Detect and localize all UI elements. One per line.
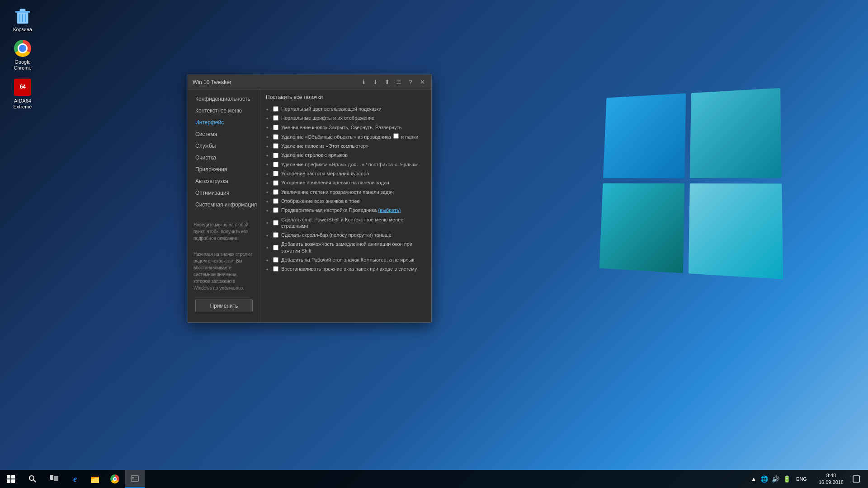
checkbox-10[interactable]: [273, 189, 278, 195]
arrow-btn-17[interactable]: ◂: [266, 267, 270, 272]
svg-rect-13: [54, 476, 58, 481]
arrow-btn-5[interactable]: ◂: [266, 144, 270, 149]
arrow-btn-3[interactable]: ◂: [266, 125, 270, 130]
checkbox-2[interactable]: [273, 115, 278, 121]
aida64-icon: 64: [14, 78, 32, 96]
checkbox-label-4[interactable]: Удаление «Объёмные объекты» из проводник…: [281, 133, 418, 140]
checkbox-11[interactable]: [273, 198, 278, 204]
arrow-btn-12[interactable]: ◂: [266, 208, 270, 213]
desktop-icon-aida64[interactable]: 64 AIDA64Extreme: [5, 76, 41, 112]
checkbox-15[interactable]: [273, 245, 278, 250]
title-upload-button[interactable]: ⬆: [382, 78, 392, 87]
checkbox-5[interactable]: [273, 143, 278, 149]
checkbox-8[interactable]: [273, 171, 278, 176]
tray-show-hidden[interactable]: ▲: [750, 474, 758, 483]
chrome-icon-label: GoogleChrome: [14, 59, 31, 71]
explorer-settings-link[interactable]: (выбрать): [378, 207, 401, 213]
checkbox-label-8[interactable]: Ускорение частоты мерцания курсора: [281, 170, 369, 177]
checkbox-label-9[interactable]: Ускорение появления превью на панели зад…: [281, 179, 389, 186]
checkbox-label-3[interactable]: Уменьшение кнопок Закрыть, Свернуть, Раз…: [281, 124, 401, 131]
checkbox-label-11[interactable]: Отображение всех значков в трее: [281, 198, 360, 204]
checkbox-17[interactable]: [273, 266, 278, 272]
sidebar-item-system[interactable]: Система: [188, 128, 260, 140]
checkbox-label-15[interactable]: Добавить возможность замедленной анимаци…: [281, 241, 426, 254]
arrow-btn-4[interactable]: ◂: [266, 134, 270, 139]
arrow-btn-6[interactable]: ◂: [266, 153, 270, 158]
arrow-btn-16[interactable]: ◂: [266, 258, 270, 263]
svg-rect-21: [853, 476, 859, 482]
arrow-btn-15[interactable]: ◂: [266, 245, 270, 250]
checkbox-list: ◂ Нормальный цвет всплывающей подсказки …: [266, 105, 426, 273]
checkbox-6[interactable]: [273, 153, 278, 158]
svg-rect-12: [50, 475, 53, 480]
search-button[interactable]: [22, 470, 43, 488]
desktop-icon-trash[interactable]: Корзина: [5, 5, 41, 35]
arrow-btn-11[interactable]: ◂: [266, 199, 270, 204]
checkbox-1[interactable]: [273, 106, 278, 112]
sidebar-item-interface[interactable]: Интерфейс: [188, 117, 260, 128]
language-indicator[interactable]: ENG: [793, 476, 810, 482]
checkbox-label-16[interactable]: Добавить на Рабочий стол значок Компьюте…: [281, 257, 414, 263]
taskview-button[interactable]: [43, 470, 65, 488]
checkbox-item-11: ◂ Отображение всех значков в трее: [266, 197, 426, 205]
tray-volume[interactable]: 🔊: [771, 474, 780, 483]
taskbar-app-explorer[interactable]: [85, 470, 105, 488]
sidebar-item-cleanup[interactable]: Очистка: [188, 152, 260, 164]
checkbox-label-13[interactable]: Сделать cmd, PowerShell и Контекстное ме…: [281, 216, 426, 230]
checkbox-item-9: ◂ Ускорение появления превью на панели з…: [266, 178, 426, 187]
checkbox-16[interactable]: [273, 257, 278, 263]
tray-battery[interactable]: 🔋: [782, 474, 792, 483]
checkbox-label-12[interactable]: Предварительная настройка Проводника (вы…: [281, 207, 401, 213]
sidebar-item-autoload[interactable]: Автозагрузка: [188, 175, 260, 187]
arrow-btn-8[interactable]: ◂: [266, 171, 270, 176]
checkbox-label-6[interactable]: Удаление стрелок с ярлыков: [281, 152, 348, 158]
arrow-btn-10[interactable]: ◂: [266, 189, 270, 194]
sidebar-item-context[interactable]: Контекстное меню: [188, 105, 260, 117]
inline-checkbox-4[interactable]: [393, 133, 399, 139]
taskbar-app-ie[interactable]: e: [65, 470, 85, 488]
taskbar-app-tweaker[interactable]: [125, 470, 145, 488]
title-close-button[interactable]: ✕: [418, 78, 427, 87]
taskbar-left: e: [0, 470, 145, 488]
apply-button[interactable]: Применить: [195, 300, 253, 312]
checkbox-label-1[interactable]: Нормальный цвет всплывающей подсказки: [281, 106, 382, 112]
checkbox-label-10[interactable]: Увеличение степени прозрачности панели з…: [281, 189, 394, 195]
checkbox-label-5[interactable]: Удаление папок из «Этот компьютер»: [281, 143, 368, 149]
desktop-icon-chrome[interactable]: GoogleChrome: [5, 37, 41, 73]
tray-network[interactable]: 🌐: [760, 474, 769, 483]
start-button[interactable]: [0, 470, 22, 488]
arrow-btn-2[interactable]: ◂: [266, 116, 270, 121]
checkbox-3[interactable]: [273, 125, 278, 130]
checkbox-item-8: ◂ Ускорение частоты мерцания курсора: [266, 169, 426, 178]
checkbox-item-10: ◂ Увеличение степени прозрачности панели…: [266, 188, 426, 196]
svg-rect-6: [7, 475, 10, 479]
arrow-btn-9[interactable]: ◂: [266, 180, 270, 185]
arrow-btn-14[interactable]: ◂: [266, 233, 270, 238]
checkbox-12[interactable]: [273, 207, 278, 213]
sidebar-item-optimize[interactable]: Оптимизация: [188, 187, 260, 199]
checkbox-4[interactable]: [273, 134, 278, 140]
taskbar-clock[interactable]: 8:48 16.09.2018: [814, 470, 848, 488]
sidebar-item-privacy[interactable]: Конфиденциальность: [188, 93, 260, 105]
sidebar-item-apps[interactable]: Приложения: [188, 164, 260, 175]
title-menu-button[interactable]: ☰: [394, 78, 403, 87]
arrow-btn-1[interactable]: ◂: [266, 107, 270, 112]
notification-button[interactable]: [849, 470, 863, 488]
sidebar-item-sysinfo[interactable]: Системная информация: [188, 199, 260, 211]
svg-rect-7: [11, 475, 15, 479]
checkbox-9[interactable]: [273, 180, 278, 186]
checkbox-label-7[interactable]: Удаление префикса «Ярлык для…» / постфик…: [281, 161, 418, 168]
taskbar-app-chrome[interactable]: [105, 470, 125, 488]
title-download-button[interactable]: ⬇: [371, 78, 380, 87]
title-info-button[interactable]: ℹ: [359, 78, 368, 87]
checkbox-label-2[interactable]: Нормальные шрифты и их отображение: [281, 115, 374, 121]
arrow-btn-13[interactable]: ◂: [266, 220, 270, 225]
checkbox-label-17[interactable]: Восстанавливать прежние окна папок при в…: [281, 266, 417, 272]
checkbox-13[interactable]: [273, 220, 278, 225]
checkbox-7[interactable]: [273, 162, 278, 167]
arrow-btn-7[interactable]: ◂: [266, 162, 270, 167]
checkbox-14[interactable]: [273, 232, 278, 238]
checkbox-label-14[interactable]: Сделать скролл-бар (полосу прокрутки) то…: [281, 232, 392, 238]
title-help-button[interactable]: ?: [406, 78, 415, 87]
sidebar-item-services[interactable]: Службы: [188, 140, 260, 152]
